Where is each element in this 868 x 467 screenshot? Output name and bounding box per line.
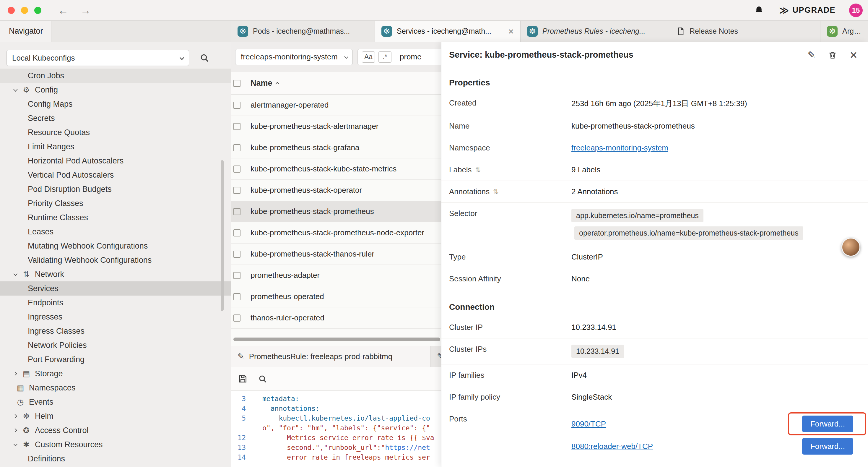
sidebar-item-events[interactable]: ◷ Events xyxy=(0,395,231,409)
namespace-filter-dropdown[interactable]: freeleaps-monitoring-system xyxy=(235,49,353,65)
editor-search-icon[interactable] xyxy=(258,375,267,383)
match-case-toggle[interactable]: Aa xyxy=(362,52,375,63)
service-name-cell: prometheus-adapter xyxy=(251,271,320,280)
sidebar-item-port-forwarding[interactable]: Port Forwarding xyxy=(0,352,231,367)
sidebar-item-priority-classes[interactable]: Priority Classes xyxy=(0,196,231,210)
sidebar-item-network-policies[interactable]: Network Policies xyxy=(0,338,231,352)
property-row-annotations[interactable]: Annotations ⇅ 2 Annotations xyxy=(441,181,868,203)
sidebar-item-runtime-classes[interactable]: Runtime Classes xyxy=(0,210,231,225)
sidebar-item-leases[interactable]: Leases xyxy=(0,225,231,239)
forward-button[interactable]: Forward... xyxy=(802,415,853,432)
row-checkbox[interactable] xyxy=(234,102,241,109)
line-number: 14 xyxy=(231,454,252,461)
tab-services[interactable]: ☸ Services - icecheng@math... × xyxy=(375,21,521,42)
expand-toggle-icon[interactable]: ⇅ xyxy=(493,188,498,196)
property-row-type: Type ClusterIP xyxy=(441,246,868,268)
regex-toggle[interactable]: .* xyxy=(378,52,392,63)
notification-count-badge[interactable]: 15 xyxy=(849,4,863,17)
sidebar-item-storage[interactable]: ▤ Storage xyxy=(0,367,231,381)
port-link[interactable]: 8080:reloader-web/TCP xyxy=(571,442,653,451)
sidebar-item-horizontal-pod-autoscalers[interactable]: Horizontal Pod Autoscalers xyxy=(0,154,231,168)
edit-icon: ✎ xyxy=(238,352,244,361)
sidebar-item-config[interactable]: ⚙ Config xyxy=(0,83,231,97)
sidebar-item-vertical-pod-autoscalers[interactable]: Vertical Pod Autoscalers xyxy=(0,168,231,182)
service-name-cell: kube-prometheus-stack-prometheus xyxy=(251,207,374,216)
service-name-cell: kube-prometheus-stack-prometheus-node-ex… xyxy=(251,228,424,237)
history-back-button[interactable]: ← xyxy=(58,5,68,16)
tab-prometheus-rules[interactable]: ☸ Prometheus Rules - icecheng... xyxy=(521,21,670,42)
code-segment: metadata: xyxy=(262,395,299,403)
row-checkbox[interactable] xyxy=(234,251,241,258)
edit-service-icon[interactable]: ✎ xyxy=(807,49,815,61)
chevron-down-icon xyxy=(180,56,184,60)
sidebar-item-endpoints[interactable]: Endpoints xyxy=(0,296,231,310)
row-checkbox[interactable] xyxy=(234,187,241,194)
port-link[interactable]: 9090/TCP xyxy=(571,419,606,429)
property-row-labels[interactable]: Labels ⇅ 9 Labels xyxy=(441,159,868,181)
sidebar-item-custom-resources[interactable]: ✱ Custom Resources xyxy=(0,437,231,451)
tree-chevron-icon xyxy=(13,414,17,418)
sidebar-item-label: Access Control xyxy=(35,426,89,435)
sidebar-item-limit-ranges[interactable]: Limit Ranges xyxy=(0,140,231,154)
close-tab-icon[interactable]: × xyxy=(508,27,514,36)
sidebar-item-validating-webhook-configurations[interactable]: Validating Webhook Configurations xyxy=(0,253,231,267)
property-label: Namespace xyxy=(449,143,571,152)
service-name-cell: prometheus-operated xyxy=(251,292,324,301)
row-checkbox[interactable] xyxy=(234,272,241,279)
delete-service-icon[interactable] xyxy=(828,50,837,60)
sidebar-item-pod-disruption-budgets[interactable]: Pod Disruption Budgets xyxy=(0,182,231,196)
sidebar-scrollbar[interactable] xyxy=(221,160,224,311)
sidebar-item-resource-quotas[interactable]: Resource Quotas xyxy=(0,125,231,140)
sidebar-item-services[interactable]: Services xyxy=(0,282,231,296)
table-horizontal-scrollbar[interactable] xyxy=(234,338,440,341)
panel-actions: ✎ × xyxy=(807,49,857,61)
tab-release-notes[interactable]: Release Notes xyxy=(670,21,820,42)
forward-button[interactable]: Forward... xyxy=(802,438,853,455)
dock-tab-prometheusrule[interactable]: ✎ PrometheusRule: freeleaps-prod-rabbitm… xyxy=(231,346,430,367)
property-label: Session Affinity xyxy=(449,274,571,284)
row-checkbox[interactable] xyxy=(234,229,241,236)
row-checkbox[interactable] xyxy=(234,315,241,322)
sidebar-item-label: Priority Classes xyxy=(28,199,83,208)
upgrade-button[interactable]: ≫ UPGRADE xyxy=(779,5,836,16)
sidebar-item-namespaces[interactable]: ▦ Namespaces xyxy=(0,381,231,395)
tab-argo[interactable]: ☸ Argo Se xyxy=(820,21,868,42)
sidebar-tree: Cron Jobs ⚙ Config Config Maps Secrets R… xyxy=(0,68,231,466)
row-checkbox[interactable] xyxy=(234,144,241,151)
avatar[interactable] xyxy=(841,238,860,257)
row-checkbox[interactable] xyxy=(234,123,241,130)
sidebar-item-config-maps[interactable]: Config Maps xyxy=(0,97,231,111)
save-icon[interactable] xyxy=(238,374,248,384)
sidebar-item-secrets[interactable]: Secrets xyxy=(0,111,231,125)
code-segment: annotations: xyxy=(262,405,320,412)
service-name-cell: kube-prometheus-stack-kube-state-metrics xyxy=(251,164,397,174)
row-checkbox[interactable] xyxy=(234,208,241,215)
sidebar-item-network[interactable]: ⇅ Network xyxy=(0,267,231,282)
minimize-window-button[interactable] xyxy=(21,7,28,14)
tab-title: Pods - icecheng@mathmas... xyxy=(253,27,350,35)
row-checkbox[interactable] xyxy=(234,166,241,173)
sidebar-item-ingress-classes[interactable]: Ingress Classes xyxy=(0,324,231,338)
row-checkbox[interactable] xyxy=(234,293,241,300)
sidebar-item-helm[interactable]: ☸ Helm xyxy=(0,409,231,423)
sidebar-item-cron-jobs[interactable]: Cron Jobs xyxy=(0,68,231,83)
navigator-tab[interactable]: Navigator xyxy=(0,21,52,42)
selector-chip: app.kubernetes.io/name=prometheus xyxy=(571,209,704,222)
column-header-name[interactable]: Name xyxy=(251,79,279,88)
select-all-checkbox[interactable] xyxy=(234,80,241,87)
notifications-bell-icon[interactable] xyxy=(754,6,764,15)
tab-pods[interactable]: ☸ Pods - icecheng@mathmas... xyxy=(231,21,375,42)
expand-toggle-icon[interactable]: ⇅ xyxy=(475,166,481,174)
zoom-window-button[interactable] xyxy=(34,7,41,14)
sidebar-item-definitions[interactable]: Definitions xyxy=(0,451,231,466)
history-forward-button[interactable]: → xyxy=(80,5,91,16)
sidebar-item-mutating-webhook-configurations[interactable]: Mutating Webhook Configurations xyxy=(0,239,231,253)
sidebar-item-access-control[interactable]: ✪ Access Control xyxy=(0,423,231,437)
close-window-button[interactable] xyxy=(8,7,15,14)
code-segment: https://net xyxy=(385,444,430,451)
close-panel-icon[interactable]: × xyxy=(850,49,857,61)
namespace-link[interactable]: freeleaps-monitoring-system xyxy=(571,143,668,152)
sidebar-search-icon[interactable] xyxy=(200,53,209,63)
kubeconfig-selector[interactable]: Local Kubeconfigs xyxy=(6,50,189,66)
sidebar-item-ingresses[interactable]: Ingresses xyxy=(0,310,231,324)
